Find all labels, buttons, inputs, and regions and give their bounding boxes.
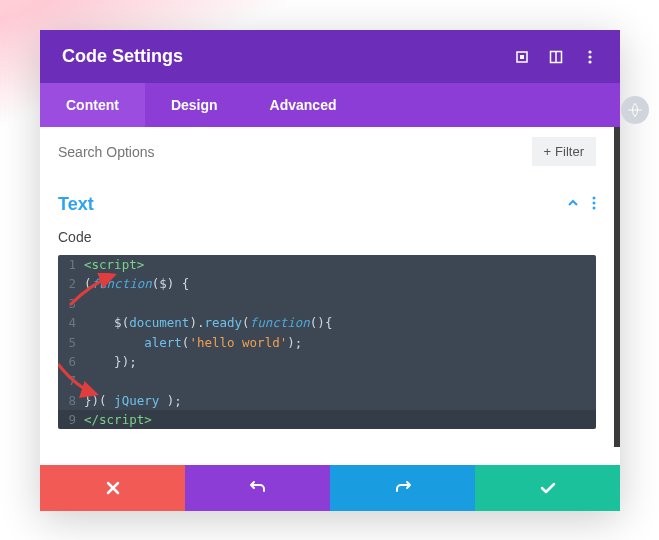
line-number: 1 xyxy=(58,255,84,274)
code-field-label: Code xyxy=(58,229,596,245)
module-body: Text Code 1<script>2(function($) {3 4 $(… xyxy=(40,176,620,447)
undo-icon xyxy=(249,479,267,497)
code-line: 9</script> xyxy=(58,410,596,429)
tab-content[interactable]: Content xyxy=(40,83,145,127)
code-line: 5 alert('hello world'); xyxy=(58,333,596,352)
section-header: Text xyxy=(58,194,596,215)
header-actions xyxy=(514,49,598,65)
globe-icon xyxy=(627,102,643,118)
modal-footer xyxy=(40,465,620,511)
tabs: Content Design Advanced xyxy=(40,83,620,127)
code-line: 1<script> xyxy=(58,255,596,274)
check-icon xyxy=(539,479,557,497)
settings-modal: Code Settings Content Design Advanced + … xyxy=(40,30,620,511)
filter-button[interactable]: + Filter xyxy=(532,137,596,166)
help-bubble[interactable] xyxy=(621,96,649,124)
svg-point-5 xyxy=(588,50,591,53)
more-icon[interactable] xyxy=(582,49,598,65)
svg-rect-2 xyxy=(520,55,524,59)
line-number: 4 xyxy=(58,313,84,332)
code-text xyxy=(84,371,92,390)
line-number: 9 xyxy=(58,410,84,429)
code-editor[interactable]: 1<script>2(function($) {3 4 $(document).… xyxy=(58,255,596,429)
code-text xyxy=(84,294,92,313)
svg-point-10 xyxy=(593,206,596,209)
cancel-button[interactable] xyxy=(40,465,185,511)
tab-design[interactable]: Design xyxy=(145,83,244,127)
line-number: 5 xyxy=(58,333,84,352)
expand-icon[interactable] xyxy=(514,49,530,65)
modal-title: Code Settings xyxy=(62,46,514,67)
code-line: 6 }); xyxy=(58,352,596,371)
code-text: </script> xyxy=(84,410,152,429)
code-line: 4 $(document).ready(function(){ xyxy=(58,313,596,332)
line-number: 2 xyxy=(58,274,84,293)
line-number: 8 xyxy=(58,391,84,410)
search-input[interactable] xyxy=(58,144,532,160)
plus-icon: + xyxy=(544,144,552,159)
code-line: 7 xyxy=(58,371,596,390)
snap-icon[interactable] xyxy=(548,49,564,65)
svg-point-8 xyxy=(593,196,596,199)
undo-button[interactable] xyxy=(185,465,330,511)
svg-point-7 xyxy=(588,60,591,63)
redo-button[interactable] xyxy=(330,465,475,511)
code-text: (function($) { xyxy=(84,274,189,293)
code-text: $(document).ready(function(){ xyxy=(84,313,332,332)
close-icon xyxy=(105,480,121,496)
section-title: Text xyxy=(58,194,566,215)
line-number: 6 xyxy=(58,352,84,371)
tab-advanced[interactable]: Advanced xyxy=(244,83,363,127)
svg-point-6 xyxy=(588,55,591,58)
code-text: alert('hello world'); xyxy=(84,333,302,352)
code-text: <script> xyxy=(84,255,144,274)
redo-icon xyxy=(394,479,412,497)
search-row: + Filter xyxy=(40,127,620,176)
save-button[interactable] xyxy=(475,465,620,511)
code-line: 3 xyxy=(58,294,596,313)
filter-label: Filter xyxy=(555,144,584,159)
code-text: }); xyxy=(84,352,137,371)
collapse-icon[interactable] xyxy=(566,196,580,214)
section-more-icon[interactable] xyxy=(592,196,596,214)
modal-header: Code Settings xyxy=(40,30,620,83)
svg-point-9 xyxy=(593,201,596,204)
line-number: 3 xyxy=(58,294,84,313)
code-line: 8})( jQuery ); xyxy=(58,391,596,410)
code-text: })( jQuery ); xyxy=(84,391,182,410)
line-number: 7 xyxy=(58,371,84,390)
code-line: 2(function($) { xyxy=(58,274,596,293)
